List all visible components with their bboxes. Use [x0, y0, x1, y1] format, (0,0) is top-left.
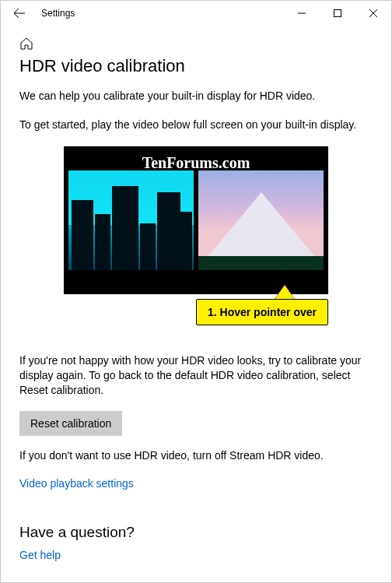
window-controls	[284, 1, 391, 26]
content-area: HDR video calibration We can help you ca…	[1, 26, 391, 583]
home-icon	[19, 37, 33, 51]
video-pane-right	[198, 170, 324, 270]
video-playback-settings-link[interactable]: Video playback settings	[19, 477, 134, 490]
video-pane-left	[68, 170, 194, 270]
watermark-text: TenForums.com	[142, 154, 250, 172]
video-preview[interactable]: TenForums.com	[64, 146, 328, 294]
minimize-icon	[298, 9, 306, 17]
titlebar: Settings	[1, 1, 391, 26]
page-heading: HDR video calibration	[19, 56, 373, 76]
maximize-button[interactable]	[320, 1, 355, 26]
minimize-button[interactable]	[284, 1, 320, 26]
callout-label: 1. Hover pointer over	[196, 299, 328, 325]
intro-text: We can help you calibrate your built-in …	[19, 89, 373, 104]
callout-arrow-icon	[274, 285, 296, 300]
annotation-callout: 1. Hover pointer over	[64, 296, 328, 332]
reset-calibration-button[interactable]: Reset calibration	[19, 411, 122, 436]
maximize-icon	[334, 9, 341, 17]
svg-rect-0	[334, 10, 341, 17]
close-button[interactable]	[355, 1, 391, 26]
back-button[interactable]	[7, 1, 32, 26]
dont-want-text: If you don't want to use HDR video, turn…	[19, 448, 373, 463]
home-button[interactable]	[19, 37, 373, 53]
question-heading: Have a question?	[19, 524, 373, 541]
not-happy-text: If you're not happy with how your HDR vi…	[19, 353, 373, 398]
back-arrow-icon	[13, 7, 26, 19]
get-started-text: To get started, play the video below ful…	[19, 118, 373, 132]
close-icon	[369, 9, 377, 17]
get-help-link[interactable]: Get help	[19, 549, 61, 561]
window-title: Settings	[41, 8, 75, 19]
